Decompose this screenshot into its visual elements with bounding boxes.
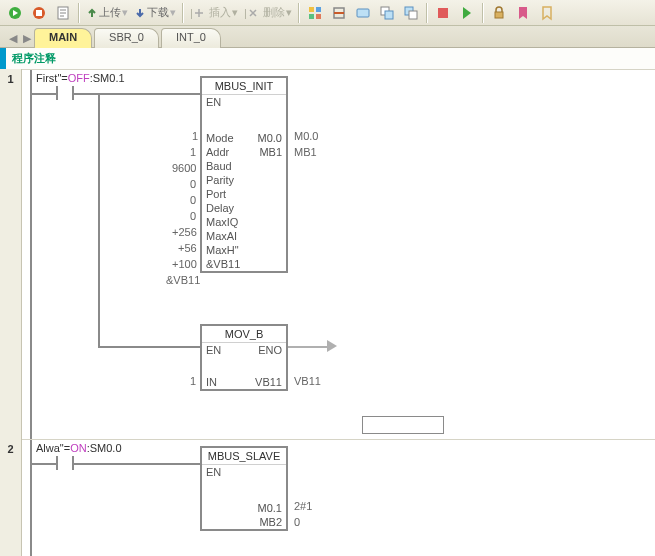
svg-rect-17 (495, 12, 503, 18)
lock-icon[interactable] (488, 2, 510, 24)
pin-en: EN (206, 96, 221, 108)
svg-rect-14 (409, 11, 417, 19)
tab-sbr0[interactable]: SBR_0 (94, 28, 159, 48)
network-1[interactable]: First"=OFF:SM0.1 MBUS_INIT EN ModeM0.0 A… (22, 69, 655, 439)
arrow-icon (327, 340, 337, 352)
pin-val: +56 (178, 242, 197, 254)
bookmark-open-icon[interactable] (536, 2, 558, 24)
power-rail (30, 70, 32, 439)
stop-icon[interactable] (28, 2, 50, 24)
pin-baud: Baud (206, 160, 232, 172)
insert-label: 插入 (209, 5, 231, 20)
toolbar-separator (426, 3, 428, 23)
svg-rect-10 (357, 9, 369, 17)
pin-delay: Delay (206, 202, 234, 214)
wire (288, 346, 328, 348)
toolbar-separator (482, 3, 484, 23)
pin-val: 1 (190, 146, 196, 158)
wire (98, 93, 100, 348)
pin-maxiq: MaxIQ (206, 216, 238, 228)
pin-val: 1 (190, 375, 196, 387)
pin-mode: Mode (206, 132, 234, 144)
tool-icon[interactable] (352, 2, 374, 24)
toolbar-separator (298, 3, 300, 23)
network-number: 2 (0, 439, 22, 556)
pin-en: EN (206, 466, 221, 478)
delete-button[interactable]: | 删除 ▾ (242, 5, 294, 20)
pin-mode-out: M0.0 (258, 132, 282, 144)
tool-icon[interactable] (432, 2, 454, 24)
compile-icon[interactable] (52, 2, 74, 24)
contact-sm01[interactable] (50, 84, 80, 102)
pin-val: 0 (190, 194, 196, 206)
pin-addr-out: MB1 (259, 146, 282, 158)
pin-ext: 2#1 (294, 500, 312, 512)
svg-rect-8 (316, 14, 321, 19)
contact-sm00[interactable] (50, 454, 80, 472)
pin-val: +100 (172, 258, 197, 270)
pin-maxh: MaxH" (206, 244, 239, 256)
pin-vb: &VB11 (206, 258, 240, 270)
tab-nav-left-icon[interactable]: ◀ (6, 29, 20, 47)
function-block-mbus-init[interactable]: MBUS_INIT EN ModeM0.0 AddrMB1 Baud Parit… (200, 76, 288, 273)
fb-title: MBUS_INIT (202, 78, 286, 95)
download-button[interactable]: 下载 ▾ (132, 5, 178, 20)
toolbar-separator (182, 3, 184, 23)
run-icon[interactable] (4, 2, 26, 24)
tab-main[interactable]: MAIN (34, 28, 92, 48)
pin-mb2: MB2 (259, 516, 282, 528)
function-block-mbus-slave[interactable]: MBUS_SLAVE EN M0.1 MB2 (200, 446, 288, 531)
pin-val: 0 (190, 178, 196, 190)
svg-rect-15 (438, 8, 448, 18)
svg-rect-7 (309, 14, 314, 19)
contact-label: Alwa"=ON:SM0.0 (36, 442, 122, 454)
upload-button[interactable]: 上传 ▾ (84, 5, 130, 20)
tool-icon[interactable] (328, 2, 350, 24)
main-toolbar: 上传 ▾ 下载 ▾ | 插入 ▾ | 删除 ▾ (0, 0, 655, 26)
pin-out: VB11 (255, 376, 282, 388)
pin-ext: VB11 (294, 375, 321, 387)
pin-val: 9600 (172, 162, 196, 174)
tab-bar: ◀ ▶ MAIN SBR_0 INT_0 (0, 26, 655, 48)
pin-val: +256 (172, 226, 197, 238)
svg-rect-12 (385, 11, 393, 19)
svg-rect-6 (316, 7, 321, 12)
pin-ext: 0 (294, 516, 300, 528)
contact-label: First"=OFF:SM0.1 (36, 72, 125, 84)
selection-cursor[interactable] (362, 416, 444, 434)
pin-port: Port (206, 188, 226, 200)
tool-icon[interactable] (400, 2, 422, 24)
wire (98, 346, 200, 348)
pin-maxai: MaxAI (206, 230, 237, 242)
tool-icon[interactable] (304, 2, 326, 24)
tab-nav-right-icon[interactable]: ▶ (20, 29, 34, 47)
svg-marker-16 (463, 7, 471, 19)
tool-icon[interactable] (376, 2, 398, 24)
download-label: 下载 (147, 5, 169, 20)
pin-en: EN (206, 344, 221, 356)
function-block-mov-b[interactable]: MOV_B ENENO INVB11 (200, 324, 288, 391)
delete-label: 删除 (263, 5, 285, 20)
wire (80, 463, 200, 465)
pin-addr: Addr (206, 146, 229, 158)
pin-ext: M0.0 (294, 130, 318, 142)
network-2[interactable]: Alwa"=ON:SM0.0 MBUS_SLAVE EN M0.1 MB2 2#… (22, 439, 655, 556)
pin-ext: MB1 (294, 146, 317, 158)
bookmark-icon[interactable] (512, 2, 534, 24)
svg-rect-3 (36, 10, 42, 16)
pin-in: IN (206, 376, 217, 388)
pin-val: &VB11 (166, 274, 200, 286)
network-number: 1 (0, 69, 22, 439)
upload-label: 上传 (99, 5, 121, 20)
pin-eno: ENO (258, 344, 282, 356)
toolbar-separator (78, 3, 80, 23)
tab-int0[interactable]: INT_0 (161, 28, 221, 48)
insert-button[interactable]: | 插入 ▾ (188, 5, 240, 20)
nav-right-icon[interactable] (456, 2, 478, 24)
power-rail (30, 440, 32, 556)
pin-parity: Parity (206, 174, 234, 186)
pin-m01: M0.1 (258, 502, 282, 514)
wire (32, 93, 50, 95)
svg-rect-5 (309, 7, 314, 12)
pin-val: 0 (190, 210, 196, 222)
